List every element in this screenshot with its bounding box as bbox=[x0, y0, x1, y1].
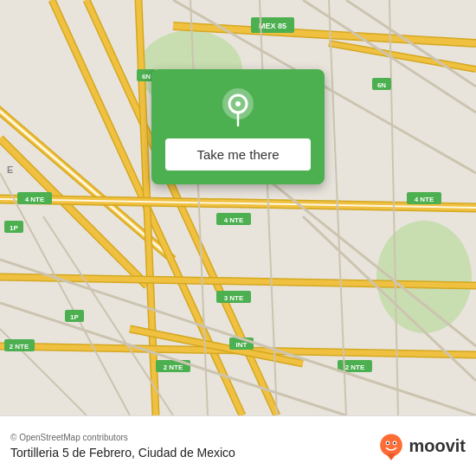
map-svg: MEX 85 4 NTE 4 NTE 4 NTE 3 NTE bbox=[0, 0, 476, 415]
bottom-bar-content: © OpenStreetMap contributors Tortilleria… bbox=[10, 433, 466, 460]
location-card: Take me there bbox=[151, 69, 325, 184]
attribution-text: © OpenStreetMap contributors bbox=[10, 433, 235, 442]
svg-text:1P: 1P bbox=[70, 313, 79, 321]
svg-text:3 NTE: 3 NTE bbox=[224, 294, 244, 302]
moovit-label: moovit bbox=[408, 436, 466, 456]
moovit-logo: moovit bbox=[377, 433, 466, 460]
svg-text:E: E bbox=[7, 164, 13, 175]
svg-point-73 bbox=[387, 441, 389, 443]
app-container: MEX 85 4 NTE 4 NTE 4 NTE 3 NTE bbox=[0, 0, 476, 476]
svg-point-69 bbox=[235, 101, 241, 106]
moovit-icon-svg bbox=[377, 433, 405, 460]
pin-icon bbox=[217, 87, 259, 128]
map-area: MEX 85 4 NTE 4 NTE 4 NTE 3 NTE bbox=[0, 0, 476, 415]
svg-text:4 NTE: 4 NTE bbox=[224, 216, 244, 224]
take-me-there-button[interactable]: Take me there bbox=[165, 138, 311, 170]
svg-text:2 NTE: 2 NTE bbox=[345, 363, 365, 371]
bottom-bar: © OpenStreetMap contributors Tortilleria… bbox=[0, 415, 476, 476]
svg-text:2 NTE: 2 NTE bbox=[164, 363, 183, 371]
svg-text:MEX 85: MEX 85 bbox=[259, 22, 286, 30]
svg-text:2 NTE: 2 NTE bbox=[10, 343, 29, 351]
svg-text:1P: 1P bbox=[10, 224, 18, 232]
location-name: Tortilleria 5 de Febrero, Ciudad de Mexi… bbox=[10, 446, 235, 460]
svg-text:4 NTE: 4 NTE bbox=[25, 196, 45, 203]
svg-point-70 bbox=[381, 434, 403, 456]
svg-text:INT: INT bbox=[236, 341, 248, 349]
svg-point-74 bbox=[394, 441, 396, 443]
location-info: © OpenStreetMap contributors Tortilleria… bbox=[10, 433, 235, 460]
svg-text:6N: 6N bbox=[377, 81, 386, 89]
svg-text:6N: 6N bbox=[142, 73, 151, 80]
svg-text:4 NTE: 4 NTE bbox=[415, 196, 434, 203]
